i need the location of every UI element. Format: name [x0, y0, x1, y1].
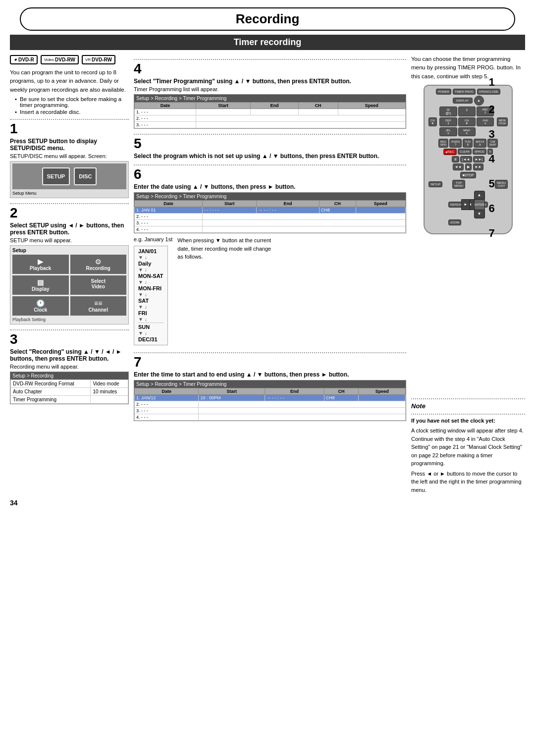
bullet-2: Insert a recordable disc.: [15, 109, 129, 115]
left-column: ✦DVD-R VideoDVD-RW VRDVD-RW You can prog…: [10, 55, 129, 494]
td-rest: [203, 214, 406, 220]
rec-spd-button[interactable]: RECSPD: [438, 139, 449, 148]
setup-grid-caption: Playback Setting: [12, 317, 126, 322]
arrow-down-icon: ▼ ↓: [138, 279, 147, 285]
th-speed: Speed: [338, 103, 405, 109]
play-button[interactable]: ▶: [465, 163, 472, 170]
td-end: [251, 109, 298, 115]
remote-control: POWER TIMER PROG OPEN/CLOSE DISPLAY ▲ CH…: [424, 85, 513, 234]
td-end: → - - : - -: [265, 395, 324, 401]
td-ch: CH8: [319, 207, 356, 214]
td-date: 2. - - -: [135, 401, 199, 408]
btn-0[interactable]: 0/@!): [439, 107, 457, 116]
note-bullet-0: If you have not set the clock yet:: [411, 417, 525, 425]
step-4-number: 4: [134, 62, 406, 76]
cell-recording: ⊙Recording: [70, 255, 127, 274]
btn-def[interactable]: DEF3: [439, 117, 457, 126]
space-button[interactable]: SPACE: [473, 149, 486, 155]
td-rest: [199, 408, 406, 414]
step-2-heading: Select SETUP using ◄ / ► buttons, then p…: [10, 222, 129, 236]
fwd-button[interactable]: ►►: [473, 163, 484, 170]
step-2-section: 2 Select SETUP using ◄ / ► buttons, then…: [10, 206, 129, 324]
td-rest: [203, 220, 406, 226]
btn-ch2[interactable]: CH▼: [458, 117, 476, 126]
rstep-5: 5: [488, 177, 494, 190]
menu-list-button[interactable]: MENU/LIST: [495, 180, 508, 189]
enter-button[interactable]: ENTER: [474, 199, 485, 210]
step-5-heading: Select the program which is not set up u…: [134, 153, 406, 160]
pqrs-button[interactable]: PQRS7: [449, 139, 462, 148]
table-row: Timer Programming: [11, 395, 128, 403]
top-menu-button[interactable]: TOPMENU: [452, 180, 465, 189]
td-date: 4. - - -: [135, 414, 199, 421]
th-date: Date: [135, 103, 196, 109]
td-date: 2. - - -: [135, 115, 196, 122]
cell-display: ▤Display: [12, 275, 69, 295]
power-button[interactable]: POWER: [436, 89, 451, 95]
intro-bullets: Be sure to set the clock before making a…: [15, 96, 129, 115]
ch-button[interactable]: CH▼: [428, 117, 437, 126]
dvdrw-video-logo: VideoDVD-RW: [41, 55, 79, 64]
step-6-number: 6: [134, 167, 406, 181]
nav-cross: ▲ ◄ ENTER ► ▼: [466, 191, 470, 218]
rev-button[interactable]: ◄◄: [453, 163, 464, 170]
step7-table: Setup > Recording > Timer Programming Da…: [134, 380, 406, 421]
step-3-number: 3: [10, 332, 129, 346]
td-date: 4. - - -: [135, 226, 203, 233]
intro-text: You can program the unit to record up to…: [10, 68, 129, 115]
skip-fwd-button[interactable]: ►►|: [473, 156, 485, 162]
zoom-button[interactable]: ZOOM: [448, 219, 461, 225]
table-row: 3. - - -: [135, 122, 406, 128]
nav-up-button[interactable]: ▲: [474, 191, 485, 200]
clear-button[interactable]: CLEAR: [458, 149, 472, 155]
nav-down-button[interactable]: ▼: [474, 210, 485, 218]
th-start: Start: [203, 201, 257, 207]
td-ch: [298, 109, 338, 115]
mode-dec31: DEC/31: [138, 336, 158, 342]
monitor-button[interactable]: MONITOR: [497, 117, 508, 126]
table-cell: Timer Programming: [11, 395, 91, 403]
btn-1[interactable]: 1: [458, 107, 476, 116]
date-mode-box: JAN/01 ▼ ↓ Daily ▼ ↓ MON-SAT ▼ ↓ MON-FRI…: [134, 246, 168, 345]
timer-prog-button[interactable]: TIMER PROG: [453, 89, 476, 95]
btn-jkl[interactable]: JKL5: [439, 127, 457, 136]
table-cell: Auto Chapter: [11, 387, 91, 395]
btn-mno[interactable]: MNO6: [458, 127, 476, 136]
td-speed: [356, 207, 405, 214]
th-start: Start: [199, 388, 265, 395]
td-rest: [199, 401, 406, 408]
skip-back-button[interactable]: |◄◄: [460, 156, 472, 162]
mode-monfri: MON-FRI: [138, 285, 161, 291]
th-end: End: [257, 201, 320, 207]
table-row: 2. - - -: [135, 115, 406, 122]
step-7-section: 7 Enter the time to start and to end usi…: [134, 355, 406, 421]
logos-row: ✦DVD-R VideoDVD-RW VRDVD-RW: [10, 55, 129, 64]
setup-button[interactable]: SETUP: [428, 181, 442, 187]
display-button[interactable]: DISPLAY: [453, 98, 473, 104]
rec-button[interactable]: ●REC: [443, 149, 457, 155]
pause-button[interactable]: ⏸: [452, 156, 459, 162]
right-top-text: You can choose the timer programming men…: [411, 55, 525, 81]
wxyz-button[interactable]: WXYZ9: [474, 139, 486, 148]
tuv-button[interactable]: TUV8: [463, 139, 473, 148]
cell-channel: ≡≡Channel: [70, 296, 127, 316]
mode-daily: Daily: [138, 261, 151, 267]
td-ch: CH8: [324, 395, 359, 401]
td-end: → - - : - -: [257, 207, 320, 214]
td-rest: [196, 115, 406, 122]
nav-right-button[interactable]: ►: [461, 199, 470, 210]
step6-table-title: Setup > Recording > Timer Programming: [134, 193, 406, 200]
note-title: Note: [411, 402, 525, 410]
rstep-7: 7: [488, 227, 494, 240]
td-start: - - : - - -: [203, 207, 257, 214]
td-rest: [196, 122, 406, 128]
td-date: 2. - - -: [135, 214, 203, 220]
setup-caption: Setup Menu: [12, 191, 126, 196]
rstep-2: 2: [488, 103, 494, 116]
th-ch: CH: [319, 201, 356, 207]
td-rest: [199, 414, 406, 421]
stop-button[interactable]: ■STOP: [460, 172, 476, 178]
up-arrow-top[interactable]: ▲: [474, 96, 484, 106]
step-4-section: 4 Select "Timer Programming" using ▲ / ▼…: [134, 62, 406, 129]
td-rest: [203, 226, 406, 233]
